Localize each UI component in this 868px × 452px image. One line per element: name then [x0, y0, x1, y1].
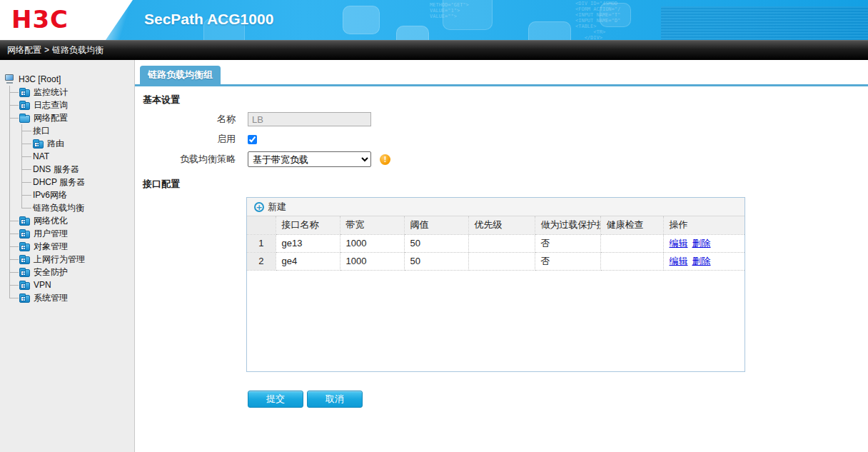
sidebar-item-monitor-stats[interactable]: 监控统计 — [0, 86, 134, 99]
cell-interface-name: ge4 — [276, 252, 340, 270]
table-row: 1 ge13 1000 50 否 编辑删除 — [247, 234, 745, 252]
policy-select[interactable]: 基于带宽负载 — [248, 151, 371, 167]
cell-bandwidth: 1000 — [340, 234, 404, 252]
cell-operations: 编辑删除 — [663, 234, 745, 252]
table-header-row: 接口名称 带宽 阈值 优先级 做为过载保护接 健康检查 操作 — [247, 216, 745, 234]
sidebar-item-system-mgmt[interactable]: 系统管理 — [0, 291, 134, 304]
submit-button[interactable]: 提交 — [248, 391, 303, 408]
folder-open-icon — [19, 115, 30, 123]
col-header-index — [247, 216, 276, 234]
col-header-interface-name: 接口名称 — [276, 216, 340, 234]
cell-priority — [468, 234, 535, 252]
col-header-threshold: 阈值 — [404, 216, 468, 234]
col-header-overload-protect: 做为过载保护接 — [535, 216, 600, 234]
name-field — [248, 112, 371, 126]
tab-link-load-balance-group[interactable]: 链路负载均衡组 — [140, 66, 221, 84]
edit-link[interactable]: 编辑 — [670, 238, 688, 248]
cancel-button[interactable]: 取消 — [307, 391, 363, 408]
sidebar-item-link-load-balance[interactable]: 链路负载均衡 — [0, 201, 134, 214]
edit-link[interactable]: 编辑 — [670, 256, 688, 266]
sidebar-item-log-query[interactable]: 日志查询 — [0, 99, 134, 111]
sidebar-item-route[interactable]: 路由 — [0, 137, 134, 150]
cell-overload-protect: 否 — [535, 252, 600, 270]
policy-label: 负载均衡策略 — [135, 153, 236, 166]
cell-threshold: 50 — [404, 252, 468, 270]
sidebar-item-ipv6-network[interactable]: IPv6网络 — [0, 189, 134, 201]
folder-plus-icon — [19, 102, 30, 110]
enable-checkbox[interactable] — [248, 135, 257, 144]
col-header-priority: 优先级 — [468, 216, 535, 234]
cell-overload-protect: 否 — [535, 234, 600, 252]
basic-settings-heading: 基本设置 — [143, 94, 868, 106]
cell-bandwidth: 1000 — [340, 252, 404, 270]
interface-grid: + 新建 接口名称 带宽 阈值 优先级 做为过载保护接 — [246, 197, 745, 372]
folder-plus-icon — [19, 89, 30, 97]
col-header-health-check: 健康检查 — [600, 216, 663, 234]
main-content: 链路负载均衡组 基本设置 名称 启用 负载均衡策略 基于带宽负载 ! — [135, 60, 868, 452]
interface-table: 接口名称 带宽 阈值 优先级 做为过载保护接 健康检查 操作 1 ge13 10… — [247, 216, 745, 271]
table-row: 2 ge4 1000 50 否 编辑删除 — [247, 252, 745, 270]
folder-plus-icon — [19, 231, 30, 238]
col-header-operations: 操作 — [663, 216, 745, 234]
interface-config-heading: 接口配置 — [143, 178, 868, 191]
row-index: 2 — [247, 252, 276, 270]
header-code-texture: METHOD="GET"> VALUE="1"> VALUE=""> — [430, 2, 469, 19]
tab-underline — [135, 84, 868, 86]
breadcrumb: 网络配置>链路负载均衡 — [0, 40, 868, 60]
new-button[interactable]: + 新建 — [254, 201, 286, 214]
folder-plus-icon — [19, 282, 30, 290]
folder-plus-icon — [19, 295, 30, 303]
sidebar-item-root[interactable]: H3C [Root] — [0, 73, 134, 86]
sidebar-item-vpn[interactable]: VPN — [0, 278, 134, 291]
folder-plus-icon — [19, 269, 30, 277]
row-index: 1 — [247, 234, 276, 252]
plus-circle-icon: + — [254, 202, 264, 212]
cell-interface-name: ge13 — [276, 234, 340, 252]
computer-icon — [4, 74, 15, 84]
sidebar-item-nat[interactable]: NAT — [0, 150, 134, 163]
nav-tree: H3C [Root] 监控统计 日志查询 网络配置 接口 路由 — [0, 60, 134, 304]
folder-plus-icon — [19, 256, 30, 264]
header-decoration — [528, 21, 571, 40]
breadcrumb-section[interactable]: 网络配置 — [7, 45, 41, 55]
folder-plus-icon — [19, 218, 30, 226]
folder-plus-icon — [33, 141, 44, 149]
header-decoration — [343, 6, 380, 34]
breadcrumb-page[interactable]: 链路负载均衡 — [52, 45, 104, 55]
col-header-bandwidth: 带宽 — [340, 216, 404, 234]
sidebar-item-dhcp-server[interactable]: DHCP 服务器 — [0, 176, 134, 189]
warning-icon: ! — [380, 154, 390, 165]
sidebar-item-dns-server[interactable]: DNS 服务器 — [0, 163, 134, 176]
sidebar: H3C [Root] 监控统计 日志查询 网络配置 接口 路由 — [0, 60, 135, 452]
sidebar-item-internet-behavior[interactable]: 上网行为管理 — [0, 253, 134, 266]
breadcrumb-separator: > — [44, 45, 49, 55]
enable-label: 启用 — [135, 133, 236, 146]
h3c-logo: H3C — [11, 5, 69, 34]
header-code-texture: <DIV ID="4SMOD <FORM ACTION="/ <INPUT NA… — [575, 1, 620, 40]
sidebar-item-object-mgmt[interactable]: 对象管理 — [0, 240, 134, 253]
sidebar-item-security[interactable]: 安全防护 — [0, 266, 134, 278]
grid-toolbar: + 新建 — [247, 198, 745, 216]
cell-operations: 编辑删除 — [663, 252, 745, 270]
sidebar-item-network-config[interactable]: 网络配置 — [0, 111, 134, 124]
product-title: SecPath ACG1000 — [144, 11, 273, 28]
delete-link[interactable]: 删除 — [692, 256, 711, 266]
header-decoration-band — [661, 6, 868, 40]
cell-health-check — [600, 234, 663, 252]
cell-priority — [468, 252, 535, 270]
delete-link[interactable]: 删除 — [692, 238, 711, 248]
sidebar-item-user-mgmt[interactable]: 用户管理 — [0, 227, 134, 240]
cell-threshold: 50 — [404, 234, 468, 252]
sidebar-item-interface[interactable]: 接口 — [0, 124, 134, 137]
cell-health-check — [600, 252, 663, 270]
name-label: 名称 — [135, 113, 236, 126]
sidebar-item-network-optimize[interactable]: 网络优化 — [0, 214, 134, 227]
header-decoration — [396, 26, 429, 40]
app-header: METHOD="GET"> VALUE="1"> VALUE=""> <DIV … — [0, 0, 868, 40]
folder-plus-icon — [19, 243, 30, 251]
